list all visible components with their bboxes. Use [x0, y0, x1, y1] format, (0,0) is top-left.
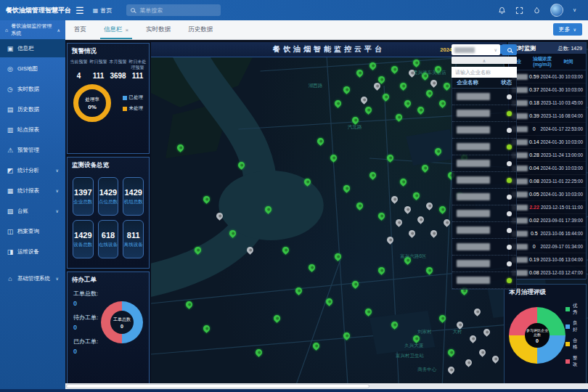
monitor-row[interactable]: 0.18 2023-11-10 03:45:00: [509, 97, 586, 110]
enterprise-row[interactable]: [452, 239, 516, 256]
density-value: 0.59: [528, 74, 541, 79]
notification-bell-icon[interactable]: [498, 7, 506, 15]
enterprise-row[interactable]: [452, 122, 516, 139]
enterprise-name-input[interactable]: [452, 67, 517, 78]
panel-title: 预警情况: [68, 44, 149, 58]
enterprise-row[interactable]: [452, 139, 516, 155]
sidebar-menu-item[interactable]: ◩ 统计分析 ∨: [0, 161, 65, 179]
sidebar-menu-item[interactable]: ◷ 实时数据: [0, 80, 65, 98]
menu-search-input[interactable]: [138, 7, 211, 15]
tab-close-icon[interactable]: ×: [126, 27, 129, 33]
legend-item: 优秀: [565, 303, 581, 316]
monitor-row[interactable]: 0.08 2023-11-01 22:25:00: [509, 175, 586, 188]
chevron-down-icon[interactable]: ∨: [573, 7, 576, 13]
sidebar-menu-item[interactable]: ◎ GIS地图: [0, 60, 65, 78]
region-select[interactable]: ∨: [452, 44, 500, 55]
legend-label: 整改: [573, 355, 581, 368]
monitor-row[interactable]: 0.05 2024-01-30 10:03:00: [509, 188, 586, 201]
stat-label: 设备总数: [73, 242, 92, 248]
legend-label: 合格: [573, 338, 581, 351]
reading-time: 2024-01-30 10:03:00: [541, 139, 583, 144]
enterprise-row[interactable]: [452, 256, 516, 272]
device-grid: 1397 企业总数 1429 点位总数 1429 机组总数 1429 设备总数: [68, 172, 149, 264]
collapse-bar[interactable]: ∧: [452, 57, 517, 64]
stats-analysis-icon: ◩: [7, 167, 14, 174]
sidebar-menu-item[interactable]: ▤ 历史数据: [0, 100, 65, 118]
page-tab[interactable]: 首页: [74, 20, 86, 39]
sidebar-menu-item[interactable]: ▦ 统计报表 ∨: [0, 181, 65, 200]
sidebar-item-label: 实时数据: [17, 86, 39, 93]
sidebar-section-header[interactable]: ⌂ 餐饮油烟监控管理系统 ∧: [0, 20, 65, 39]
enterprise-row[interactable]: [452, 105, 516, 122]
sidebar-menu-item[interactable]: ▣ 信息栏: [0, 39, 65, 57]
legend-item: 合格: [565, 338, 581, 351]
user-avatar[interactable]: [550, 4, 563, 17]
monitor-row[interactable]: 0.37 2024-01-30 10:03:00: [509, 83, 586, 97]
monitor-row[interactable]: 0.14 2024-01-30 10:03:00: [509, 136, 586, 149]
gis-map-icon: ◎: [7, 65, 14, 73]
reading-time: 2023-11-01 22:25:00: [541, 179, 583, 184]
tab-label: 实时数据: [146, 25, 171, 34]
fullscreen-icon[interactable]: [515, 7, 523, 15]
legend-swatch: [565, 324, 570, 329]
sidebar: ⌂ 餐饮油烟监控管理系统 ∧ ▣ 信息栏 ◎ GIS地图 ◷ 实时数据: [0, 20, 65, 389]
reading-time: 2022-09-17 01:34:00: [541, 244, 583, 249]
page-tab[interactable]: 实时数据: [146, 20, 171, 39]
sidebar-item-label: 档案查询: [17, 228, 39, 235]
density-value: 0.28: [528, 152, 541, 158]
sidebar-menu-item[interactable]: ⌂ 基础管理系统 ∨: [0, 269, 65, 287]
stat-label: 工单总数:: [73, 290, 98, 298]
sidebar-menu-item[interactable]: ▧ 台账 ∨: [0, 202, 65, 220]
legend-item: 良好: [565, 320, 581, 333]
enterprise-row[interactable]: [452, 155, 516, 172]
stat-label: 机组总数: [124, 199, 143, 205]
monitor-row[interactable]: 0.19 2023-10-06 13:04:00: [509, 253, 586, 266]
sidebar-menu-item[interactable]: ◨ 运维设备: [0, 242, 65, 261]
enterprise-row[interactable]: [452, 89, 516, 105]
monitor-row[interactable]: 0.02 2023-09-01 17:39:00: [509, 214, 586, 227]
enterprise-row[interactable]: [452, 172, 516, 189]
monitor-row[interactable]: 0.59 2024-01-30 10:03:00: [509, 70, 586, 83]
sidebar-menu-item[interactable]: ◫ 档案查询: [0, 222, 65, 240]
sidebar-item-label: 统计分析: [17, 167, 39, 174]
page-tab[interactable]: 历史数据: [188, 20, 213, 39]
flame-icon[interactable]: [533, 7, 541, 15]
reading-time: 2024-01-30 10:03:00: [541, 87, 583, 92]
reading-time: 2024-01-30 10:03:00: [541, 74, 583, 79]
enterprise-row[interactable]: [452, 189, 516, 205]
sidebar-menu-item[interactable]: ▥ 站点报表: [0, 121, 65, 139]
sidebar-item-label: 运维设备: [17, 248, 39, 256]
density-value: 0.02: [528, 218, 541, 223]
monitor-row[interactable]: 2.22 2023-12-15 01:11:00: [509, 201, 586, 214]
monitor-row[interactable]: 0.08 2023-12-03 12:47:00: [509, 266, 586, 279]
donut-value: 0%: [88, 104, 97, 110]
menu-search-box[interactable]: [126, 4, 221, 16]
scrollbar-thumb[interactable]: [66, 384, 369, 388]
monitor-row[interactable]: 0.28 2023-11-24 13:00:00: [509, 149, 586, 162]
sidebar-item-label: 统计报表: [17, 187, 39, 195]
monitor-row[interactable]: 0.5 2023-10-06 16:44:00: [509, 227, 586, 240]
hamburger-menu-icon[interactable]: ☰: [75, 5, 84, 16]
stat-label: 昨日未处理预警: [128, 60, 147, 70]
sidebar-item-label: GIS地图: [17, 65, 38, 73]
enterprise-list: 企业名称 状态: [452, 78, 517, 290]
sidebar-item-label: 台账: [17, 208, 28, 215]
more-button[interactable]: 更多 ∨: [553, 23, 582, 36]
monitor-row[interactable]: 0 2024-01-17 22:53:00: [509, 123, 586, 136]
enterprise-row[interactable]: [452, 205, 516, 222]
legend-swatch: [565, 342, 570, 346]
page-tab[interactable]: 信息栏 ×: [104, 20, 128, 39]
horizontal-scrollbar[interactable]: [65, 383, 588, 389]
enterprise-row[interactable]: [452, 272, 516, 289]
search-icon: [507, 48, 512, 52]
search-button[interactable]: [502, 44, 517, 55]
monitor-row[interactable]: 0 2022-09-17 01:34:00: [509, 240, 586, 253]
legend-label: 优秀: [573, 303, 581, 316]
sidebar-menu-item[interactable]: ⚠ 预警管理: [0, 141, 65, 159]
monitor-row[interactable]: 0.39 2023-11-16 08:04:00: [509, 110, 586, 123]
legend-label: 已处理: [129, 94, 144, 101]
monitor-row[interactable]: 0.04 2024-01-30 10:03:00: [509, 162, 586, 175]
breadcrumb[interactable]: ▦ 首页: [93, 7, 113, 15]
enterprise-row[interactable]: [452, 222, 516, 239]
header-actions: ∨: [498, 4, 588, 17]
